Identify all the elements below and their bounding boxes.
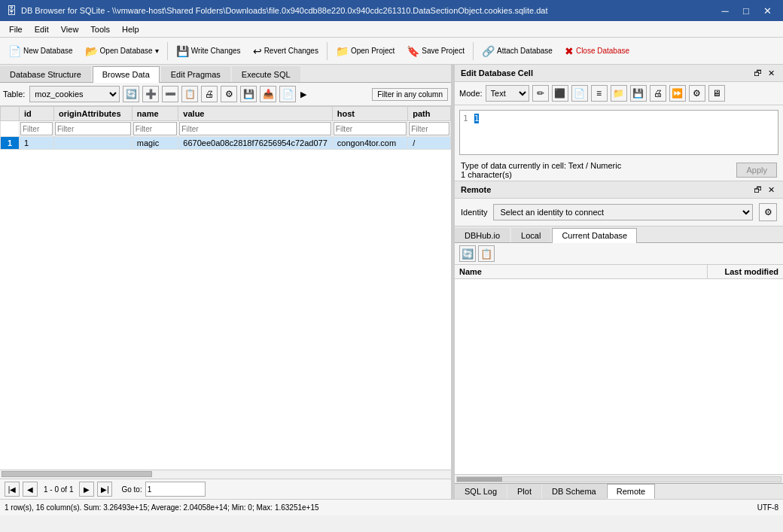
horizontal-scrollbar[interactable] — [0, 470, 451, 479]
toolbar: 📄 New Database 📂 Open Database ▾ 💾 Write… — [0, 38, 783, 65]
col-header-id: id — [20, 107, 54, 121]
remote-panel: Remote 🗗 ✕ Identity Select an identity t… — [455, 181, 783, 499]
filter-name[interactable] — [133, 122, 178, 135]
minimize-button[interactable]: ─ — [715, 3, 735, 18]
close-edit-button[interactable]: ✕ — [765, 67, 777, 79]
cell-host[interactable]: congon4tor.com — [332, 137, 407, 150]
edit-icon-10[interactable]: 🖥 — [708, 85, 725, 102]
filter-id[interactable] — [20, 122, 53, 135]
restore-remote-button[interactable]: 🗗 — [751, 184, 763, 196]
menu-file[interactable]: File — [3, 23, 29, 35]
edit-icon-6[interactable]: 💾 — [630, 85, 647, 102]
write-changes-button[interactable]: 💾 Write Changes — [171, 41, 246, 62]
new-database-button[interactable]: 📄 New Database — [3, 41, 78, 62]
tab-browse-data[interactable]: Browse Data — [93, 66, 160, 83]
close-database-button[interactable]: ✖ Close Database — [559, 41, 635, 62]
duplicate-row-button[interactable]: 📋 — [181, 86, 198, 102]
apply-button[interactable]: Apply — [736, 163, 777, 178]
edit-icon-7[interactable]: 🖨 — [650, 85, 666, 102]
copy-button[interactable]: 📄 — [279, 86, 296, 102]
cell-value[interactable]: 6670ee0a08c2818f76256954c72ad077 — [178, 137, 332, 150]
cell-editor[interactable]: 11 — [459, 110, 778, 155]
remote-name-column: Name — [455, 265, 708, 278]
tab-edit-pragmas[interactable]: Edit Pragmas — [161, 66, 230, 82]
bottom-tab-plot[interactable]: Plot — [507, 484, 541, 499]
next-page-button[interactable]: ▶ — [79, 482, 94, 497]
right-panel: Edit Database Cell 🗗 ✕ Mode: Text Null B… — [455, 65, 783, 499]
edit-icon-4[interactable]: ≡ — [591, 85, 608, 102]
edit-icon-1[interactable]: ✏ — [532, 85, 549, 102]
identity-settings-button[interactable]: ⚙ — [759, 203, 777, 221]
bottom-tab-db-schema[interactable]: DB Schema — [542, 484, 606, 499]
remote-upload-button[interactable]: 🔄 — [459, 245, 476, 262]
main-tab-bar: Database Structure Browse Data Edit Prag… — [0, 65, 451, 83]
filter-host[interactable] — [334, 122, 407, 135]
scrollbar-track[interactable] — [456, 476, 781, 482]
close-remote-button[interactable]: ✕ — [765, 184, 777, 196]
edit-icon-3[interactable]: 📄 — [571, 85, 588, 102]
remote-tab-local[interactable]: Local — [511, 228, 550, 242]
save-project-button[interactable]: 🔖 Save Project — [401, 41, 470, 62]
edit-icon-5[interactable]: 📁 — [611, 85, 627, 102]
cell-name[interactable]: magic — [132, 137, 178, 150]
remote-title: Remote — [461, 185, 491, 194]
restore-edit-button[interactable]: 🗗 — [751, 67, 763, 79]
print-button[interactable]: 🖨 — [201, 86, 218, 102]
delete-row-button[interactable]: ➖ — [162, 86, 178, 102]
attach-database-button[interactable]: 🔗 Attach Database — [477, 41, 558, 62]
remote-copy-button[interactable]: 📋 — [478, 245, 495, 262]
menu-bar: File Edit View Tools Help — [0, 21, 783, 38]
edit-icon-9[interactable]: ⚙ — [689, 85, 705, 102]
export-button[interactable]: 💾 — [240, 86, 257, 102]
filter-originattributes[interactable] — [55, 122, 131, 135]
identity-bar: Identity Select an identity to connect ⚙ — [455, 199, 783, 226]
cell-path[interactable]: / — [408, 137, 451, 150]
scrollbar-thumb[interactable] — [457, 477, 502, 482]
prev-page-button[interactable]: ◀ — [23, 482, 38, 497]
open-database-button[interactable]: 📂 Open Database ▾ — [80, 41, 164, 62]
remote-tab-current-database[interactable]: Current Database — [552, 228, 637, 243]
cell-id[interactable]: 1 — [20, 137, 54, 150]
pagination-controls: |◀ ◀ 1 - 0 of 1 ▶ ▶| Go to: — [0, 479, 451, 499]
menu-view[interactable]: View — [55, 23, 85, 35]
insert-row-button[interactable]: ➕ — [142, 86, 159, 102]
edit-cell-panel: Edit Database Cell 🗗 ✕ Mode: Text Null B… — [455, 65, 783, 181]
first-page-button[interactable]: |◀ — [5, 482, 20, 497]
tab-execute-sql[interactable]: Execute SQL — [232, 66, 300, 82]
edit-icon-8[interactable]: ⏩ — [669, 85, 686, 102]
remote-scrollbar[interactable] — [455, 474, 783, 483]
filter-options-button[interactable]: ⚙ — [221, 86, 237, 102]
mode-select[interactable]: Text Null Binary Image — [486, 85, 529, 102]
table-row[interactable]: 1 1 magic 6670ee0a08c2818f76256954c72ad0… — [1, 137, 451, 150]
scrollbar-thumb[interactable] — [2, 471, 152, 477]
open-project-button[interactable]: 📁 Open Project — [331, 41, 400, 62]
refresh-table-button[interactable]: 🔄 — [123, 86, 139, 102]
bottom-tab-sql-log[interactable]: SQL Log — [455, 484, 507, 499]
last-page-button[interactable]: ▶| — [97, 482, 112, 497]
table-select[interactable]: moz_cookies — [29, 86, 120, 102]
import-button[interactable]: 📥 — [260, 86, 276, 102]
edit-icon-2[interactable]: ⬛ — [552, 85, 568, 102]
attach-database-label: Attach Database — [497, 47, 553, 55]
revert-changes-button[interactable]: ↩ Revert Changes — [248, 41, 324, 62]
goto-input[interactable] — [145, 482, 206, 497]
tab-database-structure[interactable]: Database Structure — [0, 66, 91, 82]
menu-help[interactable]: Help — [116, 23, 145, 35]
remote-tab-dbhubio[interactable]: DBHub.io — [455, 228, 510, 242]
remote-title-bar: Remote 🗗 ✕ — [455, 181, 783, 199]
cell-content: 1 — [474, 114, 480, 123]
menu-tools[interactable]: Tools — [84, 23, 116, 35]
new-database-icon: 📄 — [8, 45, 21, 57]
status-left: 1 row(s), 16 column(s). Sum: 3.26493e+15… — [5, 503, 319, 512]
close-button[interactable]: ✕ — [757, 3, 777, 18]
bottom-tab-remote[interactable]: Remote — [607, 484, 656, 499]
maximize-button[interactable]: □ — [736, 3, 756, 18]
identity-select[interactable]: Select an identity to connect — [493, 204, 753, 220]
filter-value[interactable] — [179, 122, 331, 135]
remote-table-header: Name Last modified — [455, 265, 783, 279]
filter-in-column-button[interactable]: Filter in any column — [372, 88, 448, 101]
filter-path[interactable] — [409, 122, 449, 135]
cell-originattributes[interactable] — [54, 137, 133, 150]
menu-edit[interactable]: Edit — [29, 23, 55, 35]
attach-icon: 🔗 — [482, 45, 495, 57]
